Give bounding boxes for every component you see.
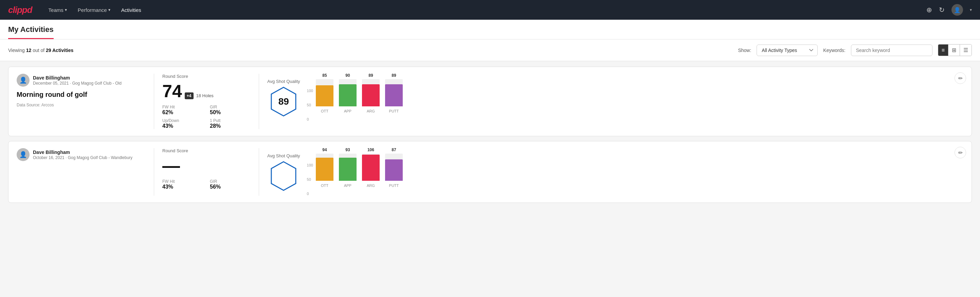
bar-value: 94: [322, 147, 327, 152]
card-divider: [154, 74, 154, 129]
viewing-count: 12: [26, 48, 32, 53]
bar-axis-label: OTT: [321, 109, 328, 113]
keywords-label: Keywords:: [823, 48, 845, 53]
nav-activities[interactable]: Activities: [121, 7, 141, 13]
bar-axis-label: APP: [344, 184, 352, 188]
bar-axis-label: APP: [344, 109, 352, 113]
view-toggle: ≡ ⊞ ☰: [938, 44, 972, 56]
data-source: Data Source: Arccos: [17, 103, 146, 107]
quality-section: Avg Shot Quality 100 50 0: [267, 148, 963, 196]
bar-axis-label: OTT: [321, 184, 328, 188]
edit-button[interactable]: ✏: [955, 147, 966, 158]
bar-fill: [339, 158, 356, 181]
bar-fill: [362, 155, 380, 181]
avg-quality-label: Avg Shot Quality: [267, 79, 300, 84]
round-score-label: Round Score: [162, 74, 251, 79]
bar-fill: [316, 158, 334, 181]
detail-view-button[interactable]: ☰: [960, 45, 972, 56]
bar-fill: [362, 84, 380, 106]
hexagon-container: Avg Shot Quality: [267, 153, 300, 191]
nav-performance[interactable]: Performance ▾: [78, 7, 110, 13]
bar-track: [316, 79, 334, 106]
card-divider-2: [259, 74, 259, 129]
card-left-section: 👤 Dave Billingham October 16, 2021 · Gog…: [17, 148, 146, 161]
bar-value: 89: [391, 73, 396, 78]
activities-list: 👤 Dave Billingham December 05, 2021 · Go…: [0, 61, 980, 208]
activity-card: 👤 Dave Billingham October 16, 2021 · Gog…: [8, 141, 972, 203]
bar-column: 87 PUTT: [385, 153, 403, 181]
avatar: 👤: [17, 74, 30, 87]
activity-type-select[interactable]: All Activity Types: [757, 45, 818, 56]
bar-fill: [385, 84, 403, 106]
bar-track: [385, 153, 403, 181]
round-score-row: 74 +4 18 Holes: [162, 82, 251, 100]
bar-value: 93: [345, 147, 350, 152]
teams-chevron-icon: ▾: [65, 8, 67, 12]
bar-track: [316, 153, 334, 181]
gir-stat: GIR 50%: [210, 105, 251, 115]
bar-column: 94 OTT: [316, 153, 334, 181]
chart-y-labels: 100 50 0: [307, 163, 313, 196]
gir-stat: GIR 56%: [210, 179, 251, 190]
bar-track: [339, 79, 356, 106]
user-row: 👤 Dave Billingham December 05, 2021 · Go…: [17, 74, 146, 87]
user-info: Dave Billingham December 05, 2021 · Gog …: [33, 75, 122, 86]
bar-value: 87: [391, 147, 396, 152]
bar-chart: 94 OTT 93 APP 106 ARG: [316, 148, 403, 189]
brand-logo[interactable]: clippd: [8, 5, 32, 15]
round-score-value: 74: [162, 82, 182, 100]
stats-section: Round Score — FW Hit 43% GIR 56%: [162, 148, 251, 190]
card-divider-2: [259, 148, 259, 196]
bar-chart-wrapper: 100 50 0 94 OTT 93 APP: [307, 148, 963, 196]
bar-chart: 85 OTT 90 APP 89 ARG: [316, 74, 403, 115]
filter-bar: Viewing 12 out of 29 Activities Show: Al…: [0, 40, 980, 61]
quality-section: Avg Shot Quality 89 100 50 0: [267, 74, 963, 121]
card-left-section: 👤 Dave Billingham December 05, 2021 · Go…: [17, 74, 146, 107]
avg-quality-label: Avg Shot Quality: [267, 153, 300, 158]
svg-marker-1: [271, 162, 296, 190]
nav-right-section: ⊕ ↻ 👤 ▾: [926, 4, 972, 16]
activity-title: Morning round of golf: [17, 91, 146, 99]
bar-fill: [339, 84, 356, 106]
bar-column: 89 ARG: [362, 79, 380, 106]
bar-column: 106 ARG: [362, 153, 380, 181]
bar-track: [362, 79, 380, 106]
bar-fill: [385, 160, 403, 181]
oneputt-stat: 1 Putt 28%: [210, 118, 251, 129]
user-avatar[interactable]: 👤: [951, 4, 963, 16]
show-label: Show:: [738, 48, 751, 53]
user-row: 👤 Dave Billingham October 16, 2021 · Gog…: [17, 148, 146, 161]
holes-label: 18 Holes: [196, 93, 213, 98]
avatar-chevron-icon[interactable]: ▾: [970, 8, 972, 12]
user-date: December 05, 2021 · Gog Magog Golf Club …: [33, 81, 122, 86]
round-score-label: Round Score: [162, 148, 251, 153]
edit-button[interactable]: ✏: [955, 72, 966, 84]
bar-column: 90 APP: [339, 79, 356, 106]
bar-fill: [316, 85, 334, 106]
hexagon: 89: [270, 87, 297, 117]
bar-column: 89 PUTT: [385, 79, 403, 106]
nav-teams[interactable]: Teams ▾: [49, 7, 67, 13]
round-score-row: —: [162, 156, 251, 174]
add-button[interactable]: ⊕: [926, 6, 932, 14]
page-title: My Activities: [8, 25, 54, 39]
viewing-total: 29: [46, 48, 51, 53]
hex-score: 89: [278, 96, 289, 107]
mini-stats-grid: FW Hit 43% GIR 56%: [162, 179, 251, 190]
navbar: clippd Teams ▾ Performance ▾ Activities …: [0, 0, 980, 20]
round-score-value: —: [162, 156, 180, 174]
activity-card: 👤 Dave Billingham December 05, 2021 · Go…: [8, 67, 972, 136]
updown-stat: Up/Down 43%: [162, 118, 203, 129]
refresh-button[interactable]: ↻: [939, 6, 945, 14]
chart-y-labels: 100 50 0: [307, 89, 313, 121]
bar-value: 106: [368, 147, 374, 152]
bar-track: [362, 153, 380, 181]
card-divider: [154, 148, 154, 196]
viewing-text: Viewing 12 out of 29 Activities: [8, 48, 732, 53]
grid-view-button[interactable]: ⊞: [948, 45, 960, 56]
list-view-button[interactable]: ≡: [938, 45, 948, 56]
page-header: My Activities: [0, 20, 980, 40]
keyword-search-input[interactable]: [851, 45, 932, 56]
avatar: 👤: [17, 148, 30, 161]
user-name: Dave Billingham: [33, 75, 122, 81]
